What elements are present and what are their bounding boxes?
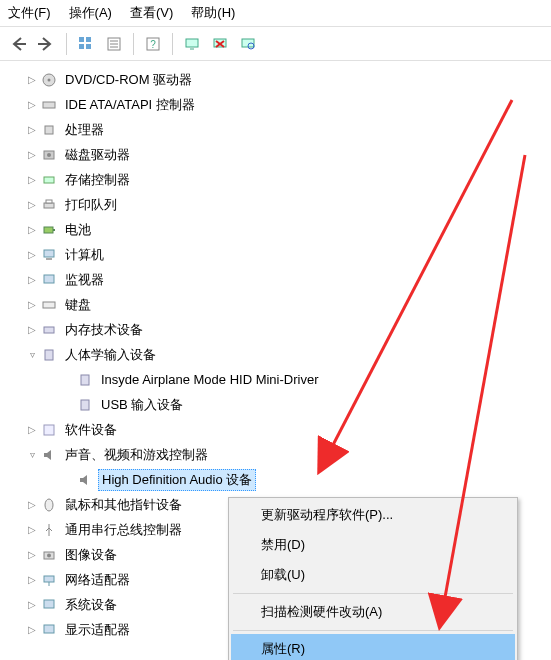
menu-help[interactable]: 帮助(H) (191, 4, 235, 22)
collapse-icon[interactable]: ▿ (24, 347, 40, 363)
back-button[interactable] (6, 31, 32, 57)
view-mode-button[interactable] (73, 31, 99, 57)
expand-icon[interactable]: ▷ (24, 522, 40, 538)
svg-rect-0 (79, 37, 84, 42)
update-driver-button[interactable] (179, 31, 205, 57)
tree-node-sound[interactable]: ▿ 声音、视频和游戏控制器 (10, 442, 551, 467)
tree-label: Insyde Airplane Mode HID Mini-Driver (98, 371, 321, 388)
tree-node-computer[interactable]: ▷ 计算机 (10, 242, 551, 267)
expand-icon[interactable]: ▷ (24, 422, 40, 438)
tree-node-memory[interactable]: ▷ 内存技术设备 (10, 317, 551, 342)
collapse-icon[interactable]: ▿ (24, 447, 40, 463)
help-icon: ? (145, 36, 161, 52)
expand-icon[interactable]: ▷ (24, 97, 40, 113)
tree-node-storage[interactable]: ▷ 存储控制器 (10, 167, 551, 192)
separator (233, 593, 513, 594)
svg-rect-29 (44, 275, 54, 283)
tree-node-sound-hd[interactable]: High Definition Audio 设备 (10, 467, 551, 492)
monitor-update-icon (184, 36, 200, 52)
menu-view[interactable]: 查看(V) (130, 4, 173, 22)
tree-label: DVD/CD-ROM 驱动器 (62, 70, 195, 90)
expand-icon[interactable]: ▷ (24, 572, 40, 588)
speaker-icon (76, 471, 94, 489)
tree-label: 监视器 (62, 270, 107, 290)
system-icon (40, 596, 58, 614)
expand-icon[interactable]: ▷ (24, 547, 40, 563)
ctx-disable[interactable]: 禁用(D) (231, 530, 515, 560)
uninstall-driver-button[interactable] (207, 31, 233, 57)
usb-icon (40, 521, 58, 539)
tree-node-software[interactable]: ▷ 软件设备 (10, 417, 551, 442)
svg-rect-3 (86, 44, 91, 49)
tree-label: 磁盘驱动器 (62, 145, 133, 165)
expand-icon[interactable]: ▷ (24, 297, 40, 313)
tree-label: 系统设备 (62, 595, 120, 615)
expand-icon[interactable]: ▷ (24, 622, 40, 638)
expand-icon[interactable]: ▷ (24, 122, 40, 138)
tree-node-dvd[interactable]: ▷ DVD/CD-ROM 驱动器 (10, 67, 551, 92)
svg-rect-42 (44, 625, 54, 633)
expand-icon[interactable]: ▷ (24, 272, 40, 288)
separator (233, 630, 513, 631)
svg-rect-18 (43, 102, 55, 108)
tree-label: 软件设备 (62, 420, 120, 440)
cpu-icon (40, 121, 58, 139)
tree-node-hid-airplane[interactable]: Insyde Airplane Mode HID Mini-Driver (10, 367, 551, 392)
expand-icon[interactable]: ▷ (24, 172, 40, 188)
expand-icon[interactable]: ▷ (24, 247, 40, 263)
context-menu: 更新驱动程序软件(P)... 禁用(D) 卸载(U) 扫描检测硬件改动(A) 属… (228, 497, 518, 660)
ctx-scan-hardware[interactable]: 扫描检测硬件改动(A) (231, 597, 515, 627)
svg-rect-2 (79, 44, 84, 49)
tree-node-keyboard[interactable]: ▷ 键盘 (10, 292, 551, 317)
svg-rect-41 (44, 600, 54, 608)
properties-button[interactable] (101, 31, 127, 57)
ctx-properties[interactable]: 属性(R) (231, 634, 515, 660)
svg-point-21 (47, 153, 51, 157)
menu-action[interactable]: 操作(A) (69, 4, 112, 22)
printer-icon (40, 196, 58, 214)
disc-icon (40, 71, 58, 89)
ctx-update-driver[interactable]: 更新驱动程序软件(P)... (231, 500, 515, 530)
svg-rect-39 (44, 576, 54, 582)
tree-node-hid-usb[interactable]: USB 输入设备 (10, 392, 551, 417)
expand-icon[interactable]: ▷ (24, 222, 40, 238)
expand-icon[interactable]: ▷ (24, 147, 40, 163)
monitor-uninstall-icon (212, 36, 228, 52)
tree-label: 通用串行总线控制器 (62, 520, 185, 540)
scan-hardware-button[interactable] (235, 31, 261, 57)
tree-node-battery[interactable]: ▷ 电池 (10, 217, 551, 242)
expand-icon[interactable]: ▷ (24, 322, 40, 338)
computer-icon (40, 246, 58, 264)
forward-button[interactable] (34, 31, 60, 57)
tree-node-hid[interactable]: ▿ 人体学输入设备 (10, 342, 551, 367)
properties-icon (106, 36, 122, 52)
tree-node-ide[interactable]: ▷ IDE ATA/ATAPI 控制器 (10, 92, 551, 117)
expand-icon[interactable]: ▷ (24, 197, 40, 213)
svg-rect-33 (81, 375, 89, 385)
display-adapter-icon (40, 621, 58, 639)
svg-rect-10 (186, 39, 198, 47)
svg-rect-1 (86, 37, 91, 42)
tree-node-monitor[interactable]: ▷ 监视器 (10, 267, 551, 292)
controller-icon (40, 171, 58, 189)
tree-label: 显示适配器 (62, 620, 133, 640)
tree-label: 打印队列 (62, 195, 120, 215)
separator (172, 33, 173, 55)
svg-rect-32 (45, 350, 53, 360)
connector-icon (40, 96, 58, 114)
tree-node-disk[interactable]: ▷ 磁盘驱动器 (10, 142, 551, 167)
tree-node-cpu[interactable]: ▷ 处理器 (10, 117, 551, 142)
expand-icon[interactable]: ▷ (24, 597, 40, 613)
tree-label: 人体学输入设备 (62, 345, 159, 365)
expand-icon[interactable]: ▷ (24, 72, 40, 88)
tree-node-print[interactable]: ▷ 打印队列 (10, 192, 551, 217)
svg-rect-19 (45, 126, 53, 134)
hid-device-icon (76, 371, 94, 389)
tree-label: 计算机 (62, 245, 107, 265)
expand-icon[interactable]: ▷ (24, 497, 40, 513)
ctx-uninstall[interactable]: 卸载(U) (231, 560, 515, 590)
menu-file[interactable]: 文件(F) (8, 4, 51, 22)
help-button[interactable]: ? (140, 31, 166, 57)
tree-label: 电池 (62, 220, 94, 240)
svg-rect-24 (46, 200, 52, 203)
